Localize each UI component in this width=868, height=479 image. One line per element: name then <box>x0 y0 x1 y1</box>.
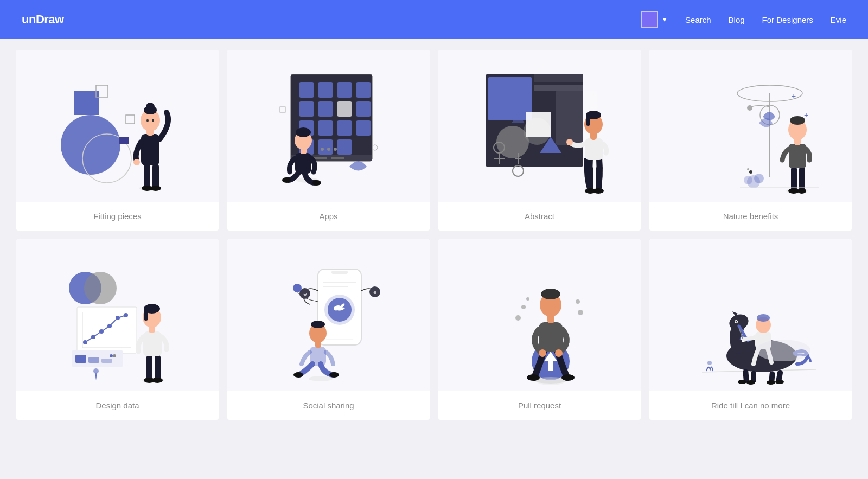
svg-rect-49 <box>280 107 285 112</box>
svg-point-36 <box>327 148 330 151</box>
svg-point-140 <box>293 372 303 378</box>
svg-point-107 <box>124 313 128 317</box>
svg-point-12 <box>133 159 140 165</box>
svg-point-145 <box>311 321 325 328</box>
svg-text:+: + <box>804 111 808 119</box>
svg-point-116 <box>93 368 99 374</box>
svg-point-37 <box>334 148 337 151</box>
svg-rect-118 <box>146 355 152 380</box>
card-nature-benefits[interactable]: + + <box>649 50 852 231</box>
color-picker[interactable]: ▼ <box>641 11 668 28</box>
svg-point-114 <box>110 354 113 357</box>
svg-rect-128 <box>331 271 348 274</box>
svg-point-90 <box>797 188 806 194</box>
svg-point-155 <box>555 349 563 357</box>
svg-point-85 <box>747 168 749 170</box>
svg-rect-91 <box>789 144 806 168</box>
card-ride-till[interactable]: Ride till I can no more <box>649 239 852 420</box>
svg-point-81 <box>747 105 752 111</box>
svg-rect-4 <box>126 115 135 124</box>
svg-point-162 <box>578 310 583 315</box>
card-design-data-label: Design data <box>16 391 219 420</box>
svg-point-0 <box>61 115 120 175</box>
svg-rect-182 <box>760 323 765 333</box>
svg-point-97 <box>744 176 752 184</box>
color-swatch[interactable] <box>641 11 658 28</box>
card-abstract[interactable]: Abstract <box>438 50 641 231</box>
site-logo[interactable]: unDraw <box>22 12 64 27</box>
card-fitting-pieces-label: Fitting pieces <box>16 202 219 231</box>
svg-point-183 <box>707 361 712 365</box>
svg-point-102 <box>83 340 87 344</box>
svg-point-106 <box>116 316 120 320</box>
svg-rect-77 <box>586 115 590 126</box>
svg-text:⊕: ⊕ <box>373 290 377 295</box>
svg-point-154 <box>539 349 546 357</box>
navbar: unDraw ▼ Search Blog For Designers Evie <box>0 0 868 39</box>
svg-rect-25 <box>318 101 333 117</box>
svg-rect-21 <box>318 82 333 98</box>
card-fitting-pieces[interactable]: Fitting pieces <box>16 50 219 231</box>
svg-point-103 <box>91 335 95 339</box>
card-design-data[interactable]: Design data <box>16 239 219 420</box>
svg-point-96 <box>754 174 764 183</box>
svg-point-48 <box>296 127 311 137</box>
svg-rect-22 <box>337 82 352 98</box>
svg-rect-27 <box>356 101 371 117</box>
svg-point-65 <box>513 165 524 176</box>
svg-point-158 <box>541 289 560 299</box>
svg-rect-31 <box>356 120 371 136</box>
illustration-fitting-pieces <box>16 50 219 202</box>
svg-rect-41 <box>331 157 344 159</box>
nav-link-blog[interactable]: Blog <box>729 15 745 24</box>
svg-point-151 <box>527 374 540 381</box>
svg-point-166 <box>727 312 750 333</box>
card-apps[interactable]: Apps <box>227 50 430 231</box>
svg-point-181 <box>757 314 770 322</box>
svg-rect-153 <box>539 322 563 352</box>
svg-rect-40 <box>314 157 327 159</box>
svg-point-160 <box>521 305 526 309</box>
svg-point-184 <box>756 340 810 361</box>
svg-rect-52 <box>534 74 583 82</box>
svg-point-139 <box>309 376 333 381</box>
chevron-down-icon: ▼ <box>661 16 668 23</box>
illustration-apps <box>227 50 430 202</box>
illustration-social-sharing: ⊕ ⊕ <box>227 239 430 391</box>
svg-point-136 <box>293 284 302 292</box>
svg-rect-26 <box>337 101 352 117</box>
svg-point-141 <box>329 372 339 378</box>
card-pull-request[interactable]: Pull request <box>438 239 641 420</box>
svg-point-16 <box>146 103 155 111</box>
svg-point-17 <box>146 119 149 122</box>
nav-right: ▼ Search Blog For Designers Evie <box>641 11 846 28</box>
svg-point-10 <box>150 186 161 191</box>
card-nature-benefits-label: Nature benefits <box>649 202 852 231</box>
svg-point-50 <box>372 145 378 150</box>
svg-point-73 <box>566 139 573 145</box>
svg-rect-24 <box>299 101 314 117</box>
nav-link-evie[interactable]: Evie <box>831 15 846 24</box>
nav-link-designers[interactable]: For Designers <box>762 15 813 24</box>
illustration-ride-till <box>649 239 852 391</box>
card-social-sharing-label: Social sharing <box>227 391 430 420</box>
svg-rect-11 <box>141 134 159 165</box>
card-ride-till-label: Ride till I can no more <box>649 391 852 420</box>
svg-rect-57 <box>526 112 551 137</box>
svg-point-174 <box>767 380 775 385</box>
svg-rect-20 <box>299 82 314 98</box>
svg-rect-119 <box>155 355 161 380</box>
svg-rect-5 <box>119 137 129 144</box>
svg-rect-7 <box>144 164 150 188</box>
svg-rect-99 <box>77 307 137 353</box>
svg-rect-8 <box>152 164 159 188</box>
card-social-sharing[interactable]: ⊕ ⊕ <box>227 239 430 420</box>
svg-point-121 <box>152 378 163 383</box>
svg-point-18 <box>152 119 154 122</box>
illustration-design-data <box>16 239 219 391</box>
svg-rect-29 <box>318 120 333 136</box>
svg-rect-112 <box>88 357 99 363</box>
nav-link-search[interactable]: Search <box>685 15 711 24</box>
card-apps-label: Apps <box>227 202 430 231</box>
svg-rect-72 <box>585 138 603 160</box>
